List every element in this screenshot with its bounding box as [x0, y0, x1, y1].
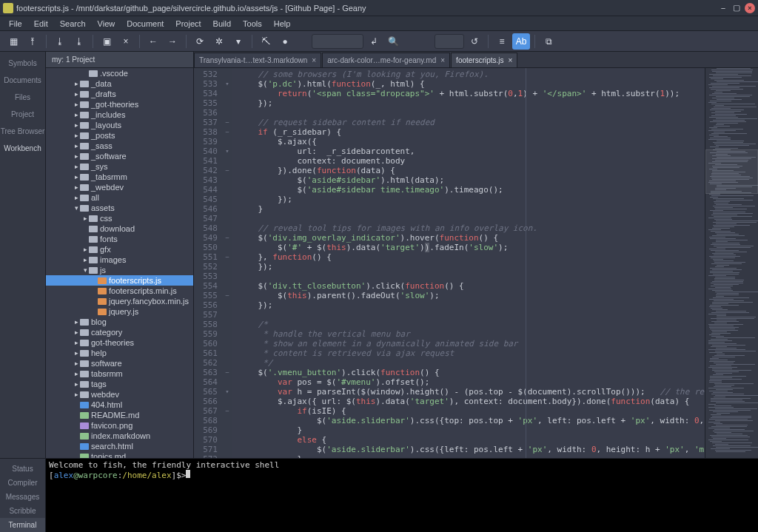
compile-icon[interactable]: ⟳	[191, 33, 209, 50]
bottom-tab-messages[interactable]: Messages	[0, 490, 45, 504]
tree-item[interactable]: footerscripts.js	[46, 275, 193, 286]
tree-item[interactable]: ▸webdev	[46, 389, 193, 400]
tree-item[interactable]: ▾js	[46, 265, 193, 275]
tree-item[interactable]: ▾assets	[46, 203, 193, 213]
tree-item[interactable]: ▸images	[46, 255, 193, 265]
menu-tools[interactable]: Tools	[237, 19, 268, 28]
tree-twisty-icon[interactable]: ▸	[73, 111, 80, 118]
tree-twisty-icon[interactable]: ▸	[81, 215, 89, 222]
tree-twisty-icon[interactable]: ▸	[81, 256, 89, 263]
editor-tab[interactable]: arc-dark-color…me-for-geany.md×	[322, 53, 450, 67]
tree-twisty-icon[interactable]: ▾	[73, 204, 80, 212]
tree-item[interactable]: ▸css	[46, 213, 193, 223]
tree-twisty-icon[interactable]: ▸	[81, 246, 89, 253]
tree-item[interactable]: ▸_sys	[46, 161, 193, 172]
tree-item[interactable]: ▸blog	[46, 317, 193, 327]
bottom-tab-compiler[interactable]: Compiler	[0, 476, 45, 490]
highlight-icon[interactable]: Ab	[512, 33, 530, 50]
menu-project[interactable]: Project	[170, 19, 207, 28]
back-icon[interactable]: ←	[144, 33, 162, 50]
tree-twisty-icon[interactable]: ▾	[81, 266, 89, 274]
tree-twisty-icon[interactable]: ▸	[73, 318, 80, 326]
tree-item[interactable]: jquery.js	[46, 306, 193, 317]
execute-icon[interactable]: ⛏	[257, 33, 275, 50]
tree-item[interactable]: .vscode	[46, 68, 193, 78]
tree-twisty-icon[interactable]: ▸	[73, 101, 80, 108]
tree-item[interactable]: 404.html	[46, 400, 193, 410]
tree-twisty-icon[interactable]: ▸	[73, 349, 80, 357]
tree-item[interactable]: ▸_sass	[46, 141, 193, 151]
tree-item[interactable]: search.html	[46, 441, 193, 451]
leftbar-documents[interactable]: Documents	[0, 72, 45, 89]
save-icon[interactable]: ⭳	[51, 33, 69, 50]
tree-item[interactable]: ▸_tabsrmm	[46, 172, 193, 182]
tree-item[interactable]: ▸_software	[46, 151, 193, 161]
forward-icon[interactable]: →	[164, 33, 181, 50]
jump-icon[interactable]: ↺	[466, 33, 483, 50]
leftbar-workbench[interactable]: Workbench	[0, 140, 45, 157]
new-file-icon[interactable]: ▦	[4, 33, 22, 50]
minimize-button[interactable]: −	[718, 3, 728, 13]
tree-twisty-icon[interactable]: ▸	[73, 370, 80, 377]
tree-item[interactable]: fonts	[46, 234, 193, 244]
close-file-icon[interactable]: ×	[117, 33, 135, 50]
jump-input[interactable]	[435, 34, 464, 49]
code-area[interactable]: // some browsers (I'm looking at you, Fi…	[232, 68, 705, 458]
build-icon[interactable]: ✲	[210, 33, 228, 50]
menu-search[interactable]: Search	[54, 19, 92, 28]
tree-item[interactable]: README.md	[46, 410, 193, 420]
editor-tab[interactable]: footerscripts.js×	[451, 53, 517, 67]
menu-help[interactable]: Help	[268, 19, 297, 28]
tree-twisty-icon[interactable]: ▸	[73, 173, 80, 181]
tree-item[interactable]: ▸_posts	[46, 130, 193, 141]
revert-icon[interactable]: ▣	[98, 33, 115, 50]
tree-item[interactable]: ▸help	[46, 348, 193, 358]
editor-tab[interactable]: Transylvania-t…text-3.markdown×	[194, 53, 321, 67]
bottom-tab-status[interactable]: Status	[0, 462, 45, 476]
sidebar-tab[interactable]: my: 1 Project	[46, 52, 193, 68]
tree-item[interactable]: ▸tags	[46, 379, 193, 389]
tree-twisty-icon[interactable]: ▸	[73, 80, 80, 87]
tree-item[interactable]: ▸_data	[46, 78, 193, 89]
close-button[interactable]: ×	[745, 3, 755, 13]
tree-item[interactable]: ▸_webdev	[46, 182, 193, 192]
color-icon[interactable]: ●	[276, 33, 294, 50]
menu-edit[interactable]: Edit	[28, 19, 54, 28]
minimap[interactable]	[705, 68, 758, 458]
tab-close-icon[interactable]: ×	[440, 56, 445, 64]
menu-file[interactable]: File	[3, 19, 28, 28]
tree-item[interactable]: ▸tabsrmm	[46, 368, 193, 379]
goto-icon[interactable]: ↲	[365, 33, 383, 50]
leftbar-tree-browser[interactable]: Tree Browser	[0, 123, 45, 140]
bottom-tab-scribble[interactable]: Scribble	[0, 504, 45, 518]
tree-item[interactable]: jquery.fancybox.min.js	[46, 296, 193, 306]
tree-item[interactable]: footerscripts.min.js	[46, 286, 193, 296]
search-icon[interactable]: 🔍	[384, 33, 402, 50]
tree-twisty-icon[interactable]: ▸	[73, 380, 80, 388]
menu-document[interactable]: Document	[121, 19, 170, 28]
build-dropdown-icon[interactable]: ▾	[229, 33, 247, 50]
tree-twisty-icon[interactable]: ▸	[73, 183, 80, 191]
tree-item[interactable]: ▸_drafts	[46, 89, 193, 99]
tree-item[interactable]: ▸got-theories	[46, 337, 193, 348]
tree-twisty-icon[interactable]: ▸	[73, 163, 80, 170]
tree-twisty-icon[interactable]: ▸	[73, 194, 80, 201]
file-tree[interactable]: .vscode▸_data▸_drafts▸_got-theories▸_inc…	[46, 68, 193, 458]
leftbar-files[interactable]: Files	[0, 89, 45, 106]
tree-item[interactable]: ▸_includes	[46, 110, 193, 120]
tree-twisty-icon[interactable]: ▸	[73, 391, 80, 398]
tree-item[interactable]: ▸software	[46, 358, 193, 368]
save-all-icon[interactable]: ⭳	[70, 33, 88, 50]
tree-twisty-icon[interactable]: ▸	[73, 121, 80, 129]
leftbar-project[interactable]: Project	[0, 106, 45, 123]
tree-twisty-icon[interactable]: ▸	[73, 339, 80, 346]
tree-item[interactable]: ▸category	[46, 327, 193, 337]
menu-build[interactable]: Build	[207, 19, 237, 28]
tree-twisty-icon[interactable]: ▸	[73, 132, 80, 139]
minimap-viewport[interactable]	[705, 149, 758, 194]
tree-twisty-icon[interactable]: ▸	[73, 360, 80, 367]
tree-item[interactable]: ▸gfx	[46, 244, 193, 255]
list-icon[interactable]: ≡	[493, 33, 511, 50]
tree-twisty-icon[interactable]: ▸	[73, 142, 80, 149]
tab-close-icon[interactable]: ×	[312, 56, 316, 64]
